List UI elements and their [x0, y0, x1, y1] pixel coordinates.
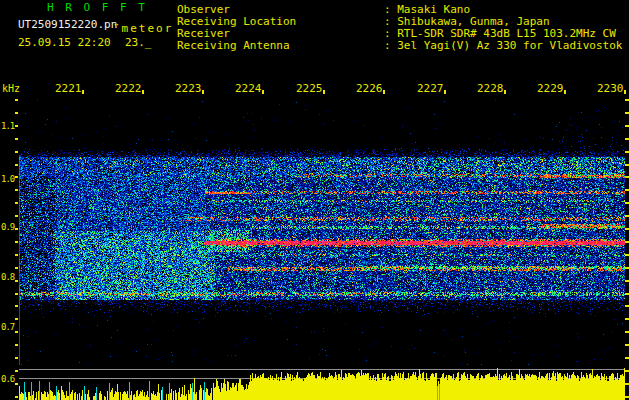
- info-label: Observer: [177, 4, 384, 15]
- info-label: Receiving Antenna: [177, 40, 384, 51]
- time-tick-label: 2223: [175, 83, 202, 94]
- freq-tick-mark: [625, 293, 629, 295]
- app-title: H R O F F T: [47, 2, 147, 13]
- freq-tick-mark: [15, 331, 18, 333]
- freq-tick-mark: [15, 396, 18, 398]
- freq-tick-mark: [15, 293, 18, 295]
- freq-tick-mark: [625, 241, 629, 243]
- freq-tick-mark: [625, 370, 629, 372]
- time-tick-mark: [142, 90, 144, 94]
- hrofft-screen: H R O F F T UT2509152220.pn ¨meteor 25.0…: [0, 0, 629, 400]
- freq-tick-mark: [15, 189, 18, 191]
- time-tick-label: 2229: [537, 83, 564, 94]
- freq-tick-mark: [625, 189, 629, 191]
- freq-unit-label: kHz: [2, 84, 20, 94]
- freq-tick-mark: [15, 176, 18, 178]
- freq-tick-mark: [15, 318, 18, 320]
- freq-tick-mark: [625, 357, 629, 359]
- freq-tick-mark: [15, 215, 18, 217]
- time-tick-label: 2227: [417, 83, 444, 94]
- time-tick-label: 2226: [356, 83, 383, 94]
- spectrogram-canvas: [19, 100, 625, 365]
- freq-tick-mark: [15, 164, 18, 166]
- time-tick-mark: [262, 90, 264, 94]
- freq-tick-mark: [15, 383, 18, 385]
- freq-tick-mark: [15, 305, 18, 307]
- freq-tick-mark: [15, 370, 18, 372]
- info-row: Receiving Antenna: 3el Yagi(V) Az 330 fo…: [177, 40, 622, 52]
- freq-tick-mark: [15, 357, 18, 359]
- freq-tick-mark: [625, 280, 629, 282]
- freq-tick-mark: [625, 331, 629, 333]
- freq-tick-mark: [15, 138, 18, 140]
- info-label: Receiving Location: [177, 16, 384, 27]
- time-tick-label: 2224: [235, 83, 262, 94]
- freq-tick-mark: [15, 125, 18, 127]
- freq-tick-mark: [625, 228, 629, 230]
- freq-tick-mark: [15, 99, 18, 101]
- station-label: ¨meteor: [113, 23, 173, 34]
- info-label: Receiver: [177, 28, 384, 39]
- freq-tick-mark: [625, 305, 629, 307]
- freq-tick-mark: [625, 215, 629, 217]
- time-tick-label: 2228: [477, 83, 504, 94]
- counter-label: 23._: [125, 37, 152, 48]
- time-tick-label: 2230: [597, 83, 624, 94]
- freq-tick-mark: [625, 344, 629, 346]
- time-tick-mark: [82, 90, 84, 94]
- freq-tick-mark: [15, 112, 18, 114]
- time-tick-mark: [383, 90, 385, 94]
- freq-tick-mark: [15, 202, 18, 204]
- output-filename: UT2509152220.pn: [18, 19, 117, 30]
- freq-tick-mark: [625, 125, 629, 127]
- time-tick-label: 2222: [115, 83, 142, 94]
- time-tick-mark: [564, 90, 566, 94]
- datetime-label: 25.09.15 22:20: [18, 37, 111, 48]
- freq-tick-mark: [625, 396, 629, 398]
- time-tick-mark: [444, 90, 446, 94]
- freq-tick-mark: [625, 383, 629, 385]
- station-info-block: Observer: Masaki KanoReceiving Location:…: [177, 4, 622, 52]
- freq-tick-mark: [15, 151, 18, 153]
- freq-tick-mark: [15, 254, 18, 256]
- freq-tick-mark: [15, 241, 18, 243]
- time-tick-mark: [624, 90, 626, 94]
- freq-tick-mark: [625, 318, 629, 320]
- freq-tick-mark: [625, 202, 629, 204]
- freq-tick-mark: [625, 164, 629, 166]
- time-tick-mark: [202, 90, 204, 94]
- freq-tick-mark: [625, 138, 629, 140]
- freq-tick-mark: [625, 112, 629, 114]
- freq-tick-mark: [625, 99, 629, 101]
- freq-tick-mark: [625, 151, 629, 153]
- time-tick-label: 2221: [55, 83, 82, 94]
- freq-tick-mark: [625, 254, 629, 256]
- time-tick-mark: [323, 90, 325, 94]
- freq-tick-mark: [625, 267, 629, 269]
- activity-histogram-canvas: [19, 360, 625, 400]
- freq-tick-mark: [15, 280, 18, 282]
- info-value: : 3el Yagi(V) Az 330 for Vladivostok: [384, 39, 622, 52]
- time-tick-mark: [504, 90, 506, 94]
- freq-tick-mark: [15, 267, 18, 269]
- freq-tick-mark: [15, 344, 18, 346]
- freq-tick-mark: [625, 176, 629, 178]
- time-tick-label: 2225: [296, 83, 323, 94]
- freq-tick-mark: [15, 228, 18, 230]
